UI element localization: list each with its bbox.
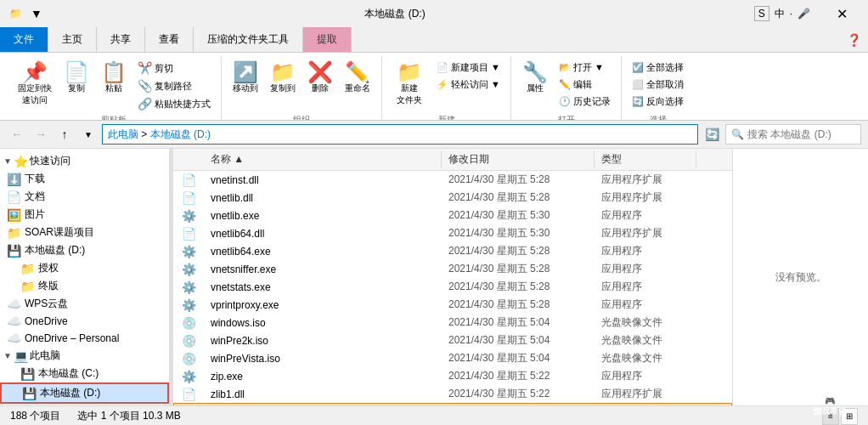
- sidebar-section-quick[interactable]: ▼ ⭐ 快速访问: [0, 152, 169, 170]
- table-row[interactable]: 📄 vnetinst.dll 2021/4/30 星期五 5:28 应用程序扩展: [173, 171, 732, 189]
- file-cell-type: 应用程序: [595, 297, 696, 313]
- file-cell-type: 光盘映像文件: [595, 350, 696, 366]
- file-cell-type: 应用程序扩展: [595, 190, 696, 206]
- col-header-name[interactable]: 名称 ▲: [204, 150, 442, 168]
- quick-access-btn[interactable]: ▼: [27, 4, 46, 23]
- table-row[interactable]: 📄 vnetlib.dll 2021/4/30 星期五 5:28 应用程序扩展: [173, 189, 732, 207]
- ribbon-history-btn[interactable]: 🕐 历史记录: [555, 94, 614, 110]
- table-row[interactable]: ⚙️ vprintproxy.exe 2021/4/30 星期五 5:28 应用…: [173, 296, 732, 314]
- back-button[interactable]: ←: [7, 124, 27, 144]
- sidebar-item-final[interactable]: 📁 终版: [0, 277, 169, 295]
- ribbon-edit-btn[interactable]: ✏️ 编辑: [555, 76, 614, 93]
- table-row[interactable]: ⚙️ vnetlib.exe 2021/4/30 星期五 5:30 应用程序: [173, 207, 732, 224]
- tab-home[interactable]: 主页: [48, 27, 97, 52]
- status-bar: 188 个项目 选中 1 个项目 10.3 MB ≡ ⊞ 🎮 游戏常谈: [0, 405, 868, 425]
- ribbon-props-btn[interactable]: 🔧 属性: [518, 60, 552, 97]
- overlay-label: 游戏常谈: [813, 405, 847, 417]
- table-row[interactable]: 🗜️ curl-8.0.1_9-win64-mingw.zip 2023/5/1…: [173, 403, 732, 405]
- ribbon-selectnone-btn[interactable]: ⬜ 全部取消: [628, 76, 687, 93]
- ribbon-easyaccess-btn[interactable]: ⚡ 轻松访问 ▼: [433, 76, 504, 93]
- refresh-button[interactable]: 🔄: [702, 124, 722, 144]
- forward-button[interactable]: →: [31, 124, 51, 144]
- ribbon-invertselect-btn[interactable]: 🔄 反向选择: [628, 94, 687, 110]
- properties-icon: 🔧: [522, 62, 548, 82]
- col-header-date[interactable]: 修改日期: [442, 150, 595, 168]
- paste-shortcut-icon: 🔗: [138, 97, 152, 110]
- clipboard-label: 剪贴板: [101, 114, 127, 121]
- sidebar-item-soar[interactable]: 📁 SOAR课题项目: [0, 224, 169, 241]
- table-row[interactable]: 💿 winPre2k.iso 2021/4/30 星期五 5:04 光盘映像文件: [173, 332, 732, 349]
- file-row-icon: ⚙️: [173, 280, 204, 294]
- file-row-icon: ⚙️: [173, 370, 204, 383]
- breadcrumb-computer[interactable]: 此电脑: [108, 128, 138, 140]
- table-row[interactable]: ⚙️ vnetstats.exe 2021/4/30 星期五 5:28 应用程序: [173, 278, 732, 296]
- ribbon-pin-btn[interactable]: 📌 固定到快速访问: [14, 60, 56, 109]
- table-row[interactable]: 📄 vnetlib64.dll 2021/4/30 星期五 5:30 应用程序扩…: [173, 224, 732, 242]
- table-row[interactable]: 💿 winPreVista.iso 2021/4/30 星期五 5:04 光盘映…: [173, 349, 732, 367]
- sidebar-item-docs[interactable]: 📄 文档: [0, 188, 169, 206]
- ribbon-delete-btn[interactable]: ❌ 删除: [303, 60, 337, 97]
- search-input[interactable]: [747, 128, 855, 140]
- ribbon-copyto-btn[interactable]: 📁 复制到: [266, 60, 300, 97]
- tab-extract[interactable]: 提取: [303, 27, 352, 52]
- ime-zh[interactable]: 中: [775, 7, 785, 21]
- file-cell-type: 应用程序: [595, 279, 696, 295]
- search-box[interactable]: 🔍: [725, 124, 861, 144]
- table-row[interactable]: ⚙️ zip.exe 2021/4/30 星期五 5:22 应用程序: [173, 367, 732, 385]
- ribbon: 📌 固定到快速访问 📄 复制 📋 粘贴 ✂️ 剪切: [0, 53, 868, 121]
- file-row-icon: ⚙️: [173, 245, 204, 258]
- down-arrow-button[interactable]: ▼: [78, 124, 99, 144]
- table-row[interactable]: ⚙️ vnetlib64.exe 2021/4/30 星期五 5:28 应用程序: [173, 242, 732, 260]
- table-row[interactable]: 📄 zlib1.dll 2021/4/30 星期五 5:22 应用程序扩展: [173, 385, 732, 403]
- sidebar-item-d-quick[interactable]: 💾 本地磁盘 (D:): [0, 241, 169, 259]
- new-folder-icon: 📁: [397, 62, 422, 82]
- tab-compress[interactable]: 压缩的文件夹工具: [194, 27, 303, 52]
- ribbon-paste-shortcut-btn[interactable]: 🔗 粘贴快捷方式: [134, 95, 214, 112]
- new-label: 新建: [438, 114, 455, 121]
- ime-dot: ·: [790, 8, 792, 20]
- sidebar-item-c[interactable]: 💾 本地磁盘 (C:): [0, 365, 169, 382]
- sidebar-item-auth[interactable]: 📁 授权: [0, 259, 169, 277]
- col-header-type[interactable]: 类型: [595, 150, 696, 168]
- tab-file[interactable]: 文件: [0, 27, 48, 52]
- breadcrumb-drive[interactable]: 本地磁盘 (D:): [150, 128, 211, 140]
- sidebar-item-download[interactable]: ⬇️ 下载: [0, 170, 169, 188]
- ribbon-paste-btn[interactable]: 📋 粘贴: [97, 60, 131, 97]
- help-icon[interactable]: ❓: [840, 27, 868, 52]
- sidebar-item-pictures[interactable]: 🖼️ 图片: [0, 206, 169, 224]
- close-button[interactable]: ✕: [822, 0, 861, 27]
- ime-mic[interactable]: 🎤: [798, 8, 810, 20]
- ribbon-rename-btn[interactable]: ✏️ 重命名: [341, 60, 375, 97]
- sidebar-item-d[interactable]: 💾 本地磁盘 (D:): [0, 382, 169, 404]
- ribbon-newitem-btn[interactable]: 📄 新建项目 ▼: [433, 60, 504, 76]
- ribbon-copy-btn[interactable]: 📄 复制: [59, 60, 93, 97]
- tab-view[interactable]: 查看: [145, 27, 194, 52]
- file-list: 📄 vnetinst.dll 2021/4/30 星期五 5:28 应用程序扩展…: [173, 171, 732, 405]
- ribbon-move-btn[interactable]: ↗️ 移动到: [228, 60, 262, 97]
- file-cell-date: 2021/4/30 星期五 5:28: [442, 243, 595, 259]
- table-row[interactable]: ⚙️ vnetsniffer.exe 2021/4/30 星期五 5:28 应用…: [173, 260, 732, 278]
- sidebar-item-onedrive[interactable]: ☁️ OneDrive: [0, 313, 169, 330]
- file-cell-name: vnetlib.dll: [204, 191, 442, 205]
- sidebar-item-wps[interactable]: ☁️ WPS云盘: [0, 295, 169, 313]
- table-row[interactable]: 💿 windows.iso 2021/4/30 星期五 5:04 光盘映像文件: [173, 314, 732, 332]
- paste-icon: 📋: [101, 62, 127, 82]
- ime-lang[interactable]: S: [754, 6, 769, 21]
- ribbon-cut-btn[interactable]: ✂️ 剪切: [134, 60, 214, 76]
- sidebar-section-thispc[interactable]: ▼ 💻 此电脑: [0, 347, 169, 365]
- copy-icon: 📄: [64, 62, 89, 82]
- file-row-icon: 💿: [173, 352, 204, 366]
- address-box[interactable]: 此电脑 > 本地磁盘 (D:): [102, 124, 698, 144]
- file-header: 名称 ▲ 修改日期 类型: [173, 149, 732, 171]
- preview-text: 没有预览。: [775, 270, 826, 285]
- ribbon-newfolder-btn[interactable]: 📁 新建文件夹: [389, 60, 430, 109]
- ribbon-copy-path-btn[interactable]: 📎 复制路径: [134, 77, 214, 94]
- tab-share[interactable]: 共享: [97, 27, 145, 52]
- sidebar: ▼ ⭐ 快速访问 ⬇️ 下载 📄 文档 🖼️ 图片 📁 SOAR课题项目 💾 本…: [0, 149, 170, 405]
- file-cell-type: 应用程序: [595, 368, 696, 384]
- sidebar-item-onedrive-personal[interactable]: ☁️ OneDrive – Personal: [0, 330, 169, 347]
- ribbon-open-btn[interactable]: 📂 打开 ▼: [555, 60, 614, 76]
- ribbon-selectall-btn[interactable]: ☑️ 全部选择: [628, 60, 687, 76]
- file-row-icon: 💿: [173, 334, 204, 348]
- up-button[interactable]: ↑: [54, 124, 75, 144]
